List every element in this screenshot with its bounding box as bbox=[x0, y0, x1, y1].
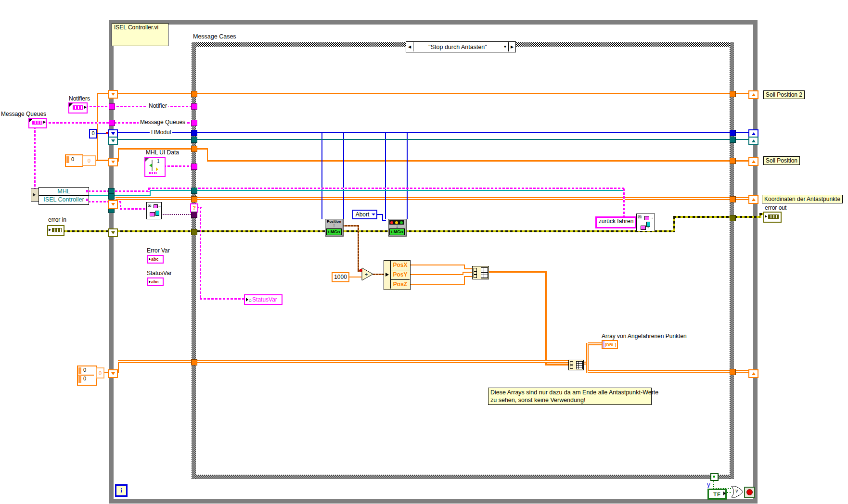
corner-wedge-icon bbox=[69, 103, 73, 107]
abc-glyph: abc bbox=[151, 279, 159, 284]
wire-label-message-queues: Message Queues bbox=[139, 119, 187, 126]
wire-sr-init-v bbox=[97, 93, 98, 161]
traffic-light-vi-node[interactable]: ↓ i.MCo bbox=[388, 219, 406, 236]
error-var-icon[interactable]: abc bbox=[147, 255, 164, 264]
imco-badge: i.MCo bbox=[326, 228, 342, 235]
comment-box: Diese Arrays sind nur dazu da am Ende al… bbox=[488, 388, 652, 405]
divide-node[interactable]: ÷ bbox=[361, 267, 374, 281]
stop-icon bbox=[746, 489, 753, 495]
cluster-pattern-icon bbox=[32, 121, 42, 125]
status-var-icon[interactable]: abc bbox=[147, 277, 164, 286]
cluster-constant-bottom[interactable]: 0 0 bbox=[77, 365, 97, 386]
shift-register-right-orange bbox=[748, 90, 758, 99]
case-border-bottom bbox=[192, 475, 734, 479]
queue-name-box[interactable]: MHL ISEL Controller bbox=[39, 187, 89, 205]
case-dropdown-icon[interactable]: ▼ bbox=[502, 45, 508, 49]
cluster-pattern-icon bbox=[768, 214, 779, 219]
up-arrow-icon: ↑ bbox=[325, 223, 343, 228]
tunnel-orange bbox=[730, 369, 736, 375]
unbundle-node[interactable]: PosX PosY PosZ bbox=[384, 260, 411, 290]
queue-name-row-isel[interactable]: ISEL Controller bbox=[39, 196, 89, 204]
wire-const-to-sr bbox=[94, 160, 108, 161]
write-arrow-icon bbox=[246, 298, 248, 302]
cluster-pattern-icon bbox=[73, 105, 83, 110]
enum-dropdown-icon[interactable] bbox=[372, 214, 375, 215]
array-points-label: Array von Angefahrenen Punkten bbox=[602, 333, 687, 340]
mhl-ui-data-ref-icon[interactable]: 1 bbox=[144, 157, 166, 177]
glyph-arrow-icon bbox=[33, 193, 36, 197]
statusvar-global-text: StatusVar bbox=[252, 296, 277, 303]
position-vi-node[interactable]: Position ↑ i.MCo bbox=[325, 219, 343, 236]
case-selector[interactable]: ◀ "Stop durch Antasten" ▼ ▶ bbox=[406, 41, 516, 52]
cluster-pattern-icon bbox=[52, 228, 62, 232]
tunnel-purple bbox=[191, 212, 197, 218]
hmodul-constant[interactable]: 0 bbox=[89, 129, 97, 139]
spinner-icon[interactable] bbox=[78, 376, 81, 383]
abort-enum-value: Abort bbox=[353, 211, 372, 218]
cluster-top-index: 0 bbox=[71, 156, 74, 162]
cluster-bottom-row2: 0 bbox=[83, 376, 86, 381]
shift-register-right-orange bbox=[748, 157, 758, 166]
array-grid-icon bbox=[481, 267, 488, 278]
in-arrow-icon bbox=[149, 258, 151, 261]
envelope-icon: ✉ bbox=[638, 215, 642, 220]
build-array-node-1[interactable] bbox=[472, 266, 489, 279]
queue-box-icon bbox=[644, 216, 649, 220]
notifiers-label: Notifiers bbox=[69, 95, 90, 102]
notifiers-cluster-icon[interactable] bbox=[68, 102, 88, 113]
cluster-constant-bottom-element[interactable]: 0 bbox=[96, 367, 104, 378]
divisor-constant[interactable]: 1000 bbox=[332, 272, 349, 282]
out-arrow-icon bbox=[723, 491, 726, 495]
spinner-icon[interactable] bbox=[78, 367, 81, 374]
zurueck-fahren-constant[interactable]: zurück fahren bbox=[595, 216, 637, 228]
case-structure-label: Message Cases bbox=[193, 33, 236, 40]
wire-error-in bbox=[63, 230, 108, 232]
slider-knob-icon bbox=[149, 164, 152, 167]
tunnel-olive bbox=[191, 229, 197, 235]
array-rows-icon bbox=[474, 267, 479, 277]
build-array-node-2[interactable] bbox=[568, 360, 584, 370]
abort-enum-constant[interactable]: Abort bbox=[352, 210, 377, 219]
out-arrow-icon bbox=[43, 121, 46, 124]
tunnel-orange bbox=[730, 196, 736, 202]
array-rows-icon bbox=[570, 361, 575, 368]
y-wire-label: y bbox=[707, 481, 710, 488]
nub-icon bbox=[86, 190, 88, 192]
stop-condition-terminal[interactable] bbox=[744, 487, 755, 498]
in-arrow-icon bbox=[385, 273, 389, 277]
tf-boolean-constant[interactable]: TF bbox=[707, 489, 727, 500]
tunnel-teal bbox=[191, 188, 197, 194]
tunnel-teal bbox=[730, 137, 736, 143]
cluster-bottom-element-value: 0 bbox=[99, 370, 102, 376]
tunnel-magenta bbox=[191, 120, 197, 126]
tunnel-blue bbox=[191, 130, 197, 136]
enqueue-message-vi-left[interactable]: ✉ → bbox=[146, 202, 162, 219]
queue-name-row-mhl[interactable]: MHL bbox=[39, 188, 89, 196]
spinner-icon[interactable] bbox=[66, 156, 69, 163]
cluster-constant-top-element[interactable]: 0 bbox=[82, 155, 96, 166]
cluster-constant-top[interactable]: 0 bbox=[65, 154, 83, 167]
tf-text: TF bbox=[713, 491, 720, 497]
queue-obtain-icon[interactable] bbox=[31, 189, 39, 202]
nub-icon bbox=[86, 199, 88, 201]
soll-position-2-label: Soll Position 2 bbox=[763, 90, 805, 99]
out-arrow-icon bbox=[84, 106, 87, 109]
coercion-dot bbox=[106, 132, 108, 134]
cluster-bottom-row1: 0 bbox=[83, 367, 86, 373]
tunnel-orange bbox=[191, 359, 197, 365]
enqueue-message-vi-right[interactable]: ✉ → → bbox=[636, 214, 655, 231]
case-next-arrow-icon[interactable]: ▶ bbox=[508, 42, 515, 51]
statusvar-global-node[interactable]: ⌂ StatusVar bbox=[244, 294, 283, 305]
message-queues-cluster-icon[interactable] bbox=[28, 118, 47, 128]
wire-cyan-out bbox=[88, 195, 109, 196]
case-selector-value[interactable]: "Stop durch Antasten" bbox=[413, 44, 502, 50]
error-out-cluster-icon[interactable] bbox=[763, 212, 782, 223]
dbl-array-indicator[interactable]: [DBL] bbox=[602, 340, 618, 349]
shift-register-right-teal bbox=[748, 137, 758, 145]
dot-icon bbox=[713, 476, 715, 478]
case-prev-arrow-icon[interactable]: ◀ bbox=[406, 42, 413, 51]
shift-register-left-orange bbox=[108, 158, 118, 166]
vi-title-label: ISEL Controller.vi bbox=[112, 23, 168, 46]
queue-box-icon bbox=[154, 204, 158, 208]
error-in-cluster-icon[interactable] bbox=[47, 225, 64, 236]
